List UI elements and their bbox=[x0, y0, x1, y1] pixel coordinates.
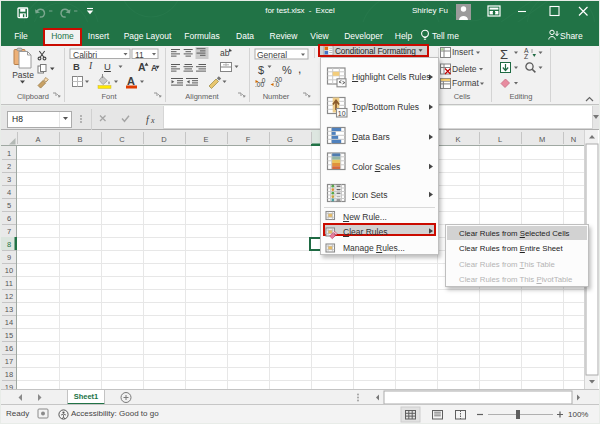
svg-text:Σ: Σ bbox=[500, 47, 508, 62]
svg-text:3: 3 bbox=[7, 175, 11, 184]
svg-text:A: A bbox=[35, 135, 40, 144]
svg-text:C: C bbox=[119, 135, 125, 144]
svg-text:$: $ bbox=[258, 64, 264, 76]
svg-text:11: 11 bbox=[5, 279, 13, 288]
svg-text:10: 10 bbox=[338, 110, 346, 117]
svg-text:7: 7 bbox=[7, 227, 11, 236]
svg-text:E: E bbox=[203, 135, 208, 144]
svg-text:B: B bbox=[77, 135, 82, 144]
svg-text:8: 8 bbox=[7, 240, 11, 249]
svg-text:,: , bbox=[298, 62, 301, 76]
svg-text:L: L bbox=[498, 135, 502, 144]
svg-text:4: 4 bbox=[7, 188, 11, 197]
svg-text:D: D bbox=[161, 135, 167, 144]
svg-text:A: A bbox=[127, 75, 135, 87]
svg-text:17: 17 bbox=[5, 357, 13, 366]
svg-text:A: A bbox=[138, 61, 146, 73]
svg-text:1: 1 bbox=[7, 149, 11, 158]
svg-text:5: 5 bbox=[7, 201, 11, 210]
svg-text:Z: Z bbox=[524, 53, 528, 60]
svg-text:15: 15 bbox=[5, 331, 13, 340]
svg-text:M: M bbox=[539, 135, 545, 144]
svg-text:ab: ab bbox=[220, 48, 230, 58]
svg-text:12: 12 bbox=[5, 292, 13, 301]
svg-text:10: 10 bbox=[5, 266, 13, 275]
svg-text:16: 16 bbox=[5, 344, 13, 353]
svg-text:K: K bbox=[455, 135, 460, 144]
svg-text:G: G bbox=[287, 135, 293, 144]
svg-text:18: 18 bbox=[5, 370, 13, 379]
svg-text:6: 6 bbox=[7, 214, 11, 223]
svg-text:14: 14 bbox=[5, 318, 13, 327]
svg-text:2: 2 bbox=[7, 162, 11, 171]
svg-text:F: F bbox=[246, 135, 251, 144]
svg-text:N: N bbox=[571, 135, 576, 144]
svg-text:9: 9 bbox=[7, 253, 11, 262]
svg-text:A: A bbox=[151, 63, 157, 73]
svg-text:%: % bbox=[282, 64, 292, 76]
svg-text:13: 13 bbox=[5, 305, 13, 314]
svg-text:.0: .0 bbox=[274, 81, 280, 88]
